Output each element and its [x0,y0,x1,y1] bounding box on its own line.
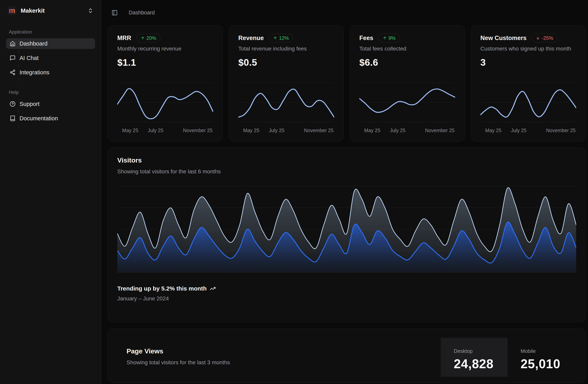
house-icon [10,41,16,46]
stat-title: Fees [359,35,373,42]
circle-help-icon [10,101,16,107]
x-tick-label: May 25 [485,128,502,133]
visitors-card: Visitors Showing total visitors for the … [108,148,586,322]
x-tick-label: November 25 [546,128,576,133]
x-tick-label: July 25 [511,128,526,133]
page-views-toggle-mobile[interactable]: Mobile25,010 [507,338,574,377]
x-tick-label: July 25 [148,128,163,133]
main-area: Dashboard MRR20%Monthly recurring revenu… [102,0,588,384]
x-tick-label: November 25 [304,128,334,133]
content: MRR20%Monthly recurring revenue$1.1May 2… [102,25,588,383]
trend-badge: 9% [378,34,400,42]
x-tick-label: July 25 [390,128,405,133]
sidebar-item-documentation[interactable]: Documentation [6,113,95,124]
trend-badge: 20% [136,34,160,42]
x-tick-label: May 25 [122,128,138,133]
sparkline-chart: May 25July 25November 25 [238,81,334,134]
breadcrumb: Dashboard [129,10,155,16]
sparkline-x-labels: May 25July 25November 25 [480,126,576,134]
sparkline-chart: May 25July 25November 25 [359,81,455,134]
sparkline-chart: May 25July 25November 25 [480,81,576,134]
stat-value: 3 [480,57,576,68]
stat-description: Total revenue including fees [238,45,334,52]
trending-up-icon [210,286,216,292]
sidebar-item-dashboard[interactable]: Dashboard [6,38,95,49]
toggle-label: Desktop [454,348,507,354]
nav-group: DashboardAI ChatIntegrations [6,38,95,78]
sparkline-chart: May 25July 25November 25 [117,81,213,134]
sidebar-item-label: AI Chat [20,55,39,61]
page-views-card: Page Views Showing total visitors for th… [108,328,586,383]
sidebar-toggle-button[interactable] [112,10,118,16]
sidebar-item-ai-chat[interactable]: AI Chat [6,53,95,63]
topbar: Dashboard [102,0,588,25]
stat-value: $1.1 [117,57,213,68]
stat-value: $0.5 [238,57,334,68]
visitors-area-chart [117,186,576,272]
stat-title: New Customers [480,35,526,42]
stats-row: MRR20%Monthly recurring revenue$1.1May 2… [108,25,586,142]
sparkline-x-labels: May 25July 25November 25 [359,126,455,134]
sidebar-nav: ApplicationDashboardAI ChatIntegrationsH… [6,29,95,124]
sparkline-x-labels: May 25July 25November 25 [238,126,334,134]
chevrons-up-down-icon [87,8,93,14]
toggle-value: 24,828 [454,357,507,371]
visitors-subtitle: Showing total visitors for the last 6 mo… [117,168,576,175]
visitors-footer: Trending up by 5.2% this month January –… [117,285,576,302]
visitors-title: Visitors [117,157,576,164]
share-icon [10,69,16,75]
stat-title: MRR [117,35,131,42]
stat-card-revenue: Revenue12%Total revenue including fees$0… [229,25,344,142]
sidebar-item-label: Support [20,101,40,107]
visitors-range-text: January – June 2024 [117,295,576,302]
stat-card-mrr: MRR20%Monthly recurring revenue$1.1May 2… [108,25,223,142]
toggle-value: 25,010 [521,357,574,371]
sidebar-item-integrations[interactable]: Integrations [6,67,95,78]
message-square-icon [10,55,16,61]
x-tick-label: May 25 [243,128,259,133]
stat-card-new-customers: New Customers-25%Customers who signed up… [471,25,586,142]
visitors-trend-text: Trending up by 5.2% this month [117,285,207,292]
trend-badge: -25% [532,34,557,42]
stat-title: Revenue [238,35,264,42]
page-views-subtitle: Showing total visitors for the last 3 mo… [126,359,230,366]
logo-letter: m [9,7,15,14]
sidebar-item-label: Dashboard [20,41,47,47]
x-tick-label: July 25 [269,128,284,133]
stat-value: $6.6 [359,57,455,68]
workspace-switcher[interactable]: m Makerkit [6,5,95,17]
stat-card-fees: Fees9%Total fees collected$6.6May 25July… [350,25,465,142]
nav-group: SupportDocumentation [6,99,95,124]
stat-description: Total fees collected [359,45,455,52]
sparkline-x-labels: May 25July 25November 25 [117,126,213,134]
stat-description: Customers who signed up this month [480,45,576,52]
sidebar-item-label: Documentation [20,115,58,122]
page-views-toggle-desktop[interactable]: Desktop24,828 [441,338,507,377]
x-tick-label: November 25 [183,128,212,133]
page-views-toggles: Desktop24,828Mobile25,010 [441,338,574,377]
sidebar-item-label: Integrations [20,69,49,76]
x-tick-label: November 25 [425,128,455,133]
trend-badge: 12% [269,34,293,42]
x-tick-label: May 25 [364,128,380,133]
sidebar: m Makerkit ApplicationDashboardAI ChatIn… [0,0,101,384]
book-icon [10,115,16,121]
sidebar-item-support[interactable]: Support [6,99,95,109]
toggle-label: Mobile [521,348,574,354]
stat-description: Monthly recurring revenue [117,45,213,52]
page-views-title: Page Views [126,347,230,355]
nav-group-label: Application [9,29,95,35]
brand-name: Makerkit [21,7,87,14]
dashboard-app: m Makerkit ApplicationDashboardAI ChatIn… [0,0,588,384]
makerkit-logo-icon: m [8,6,16,15]
nav-group-label: Help [9,90,95,95]
